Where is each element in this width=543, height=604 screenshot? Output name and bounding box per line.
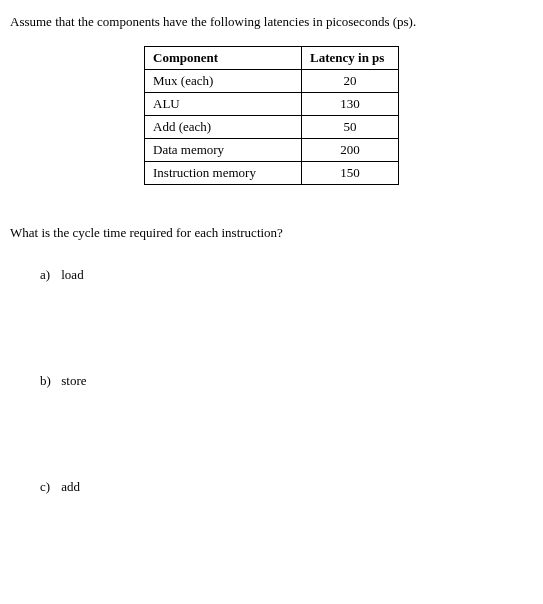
latency-table: Component Latency in ps Mux (each) 20 AL… bbox=[144, 46, 399, 185]
sub-question: c) add bbox=[40, 479, 533, 495]
sub-label: a) bbox=[40, 267, 58, 283]
question-text: What is the cycle time required for each… bbox=[10, 225, 533, 241]
sub-text: load bbox=[61, 267, 83, 282]
sub-text: store bbox=[61, 373, 86, 388]
table-row: Instruction memory 150 bbox=[145, 162, 399, 185]
table-row: Mux (each) 20 bbox=[145, 70, 399, 93]
cell-component: Data memory bbox=[145, 139, 302, 162]
sub-question: a) load bbox=[40, 267, 533, 283]
cell-latency: 20 bbox=[302, 70, 399, 93]
sub-question: b) store bbox=[40, 373, 533, 389]
sub-question-list: a) load b) store c) add bbox=[10, 267, 533, 495]
cell-component: ALU bbox=[145, 93, 302, 116]
header-latency: Latency in ps bbox=[302, 47, 399, 70]
table-row: ALU 130 bbox=[145, 93, 399, 116]
cell-component: Add (each) bbox=[145, 116, 302, 139]
intro-text: Assume that the components have the foll… bbox=[10, 14, 533, 30]
cell-component: Mux (each) bbox=[145, 70, 302, 93]
table-row: Add (each) 50 bbox=[145, 116, 399, 139]
sub-label: b) bbox=[40, 373, 58, 389]
cell-component: Instruction memory bbox=[145, 162, 302, 185]
cell-latency: 50 bbox=[302, 116, 399, 139]
table-header-row: Component Latency in ps bbox=[145, 47, 399, 70]
table-row: Data memory 200 bbox=[145, 139, 399, 162]
cell-latency: 130 bbox=[302, 93, 399, 116]
sub-label: c) bbox=[40, 479, 58, 495]
header-component: Component bbox=[145, 47, 302, 70]
sub-text: add bbox=[61, 479, 80, 494]
cell-latency: 150 bbox=[302, 162, 399, 185]
cell-latency: 200 bbox=[302, 139, 399, 162]
